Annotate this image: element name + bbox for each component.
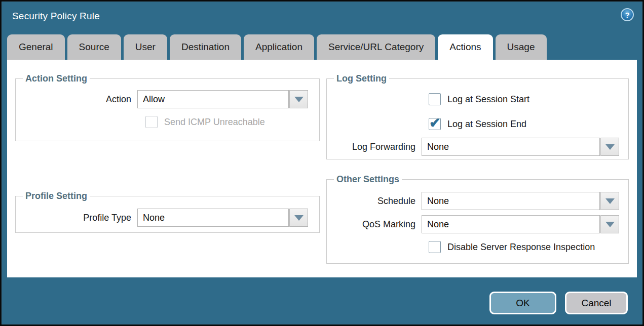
send-icmp-checkbox[interactable] [145, 116, 158, 128]
profile-type-label: Profile Type [21, 213, 137, 223]
tab-application[interactable]: Application [244, 34, 314, 60]
tab-user[interactable]: User [124, 34, 167, 60]
security-policy-rule-dialog: Security Policy Rule ? General Source Us… [0, 0, 644, 326]
triangle-glyph [605, 222, 615, 227]
action-setting-legend: Action Setting [23, 73, 90, 84]
qos-marking-row: QoS Marking None [332, 215, 623, 233]
log-session-start-label: Log at Session Start [447, 94, 529, 105]
log-session-start-row: Log at Session Start [429, 93, 623, 105]
tab-service-url-category[interactable]: Service/URL Category [317, 34, 435, 60]
schedule-row: Schedule None [332, 192, 623, 210]
qos-marking-label: QoS Marking [332, 219, 422, 230]
help-icon[interactable]: ? [621, 8, 634, 21]
action-dropdown[interactable]: Allow [137, 90, 308, 108]
chevron-down-icon[interactable] [289, 90, 308, 108]
profile-setting-section: Profile Setting Profile Type None [15, 191, 320, 233]
schedule-dropdown[interactable]: None [422, 192, 619, 210]
action-row: Action Allow [21, 90, 314, 108]
send-icmp-row: Send ICMP Unreachable [145, 116, 314, 128]
tab-bar: General Source User Destination Applicat… [7, 34, 547, 60]
other-settings-section: Other Settings Schedule None QoS Marking… [326, 174, 629, 264]
log-setting-legend: Log Setting [334, 73, 389, 84]
log-forwarding-row: Log Forwarding None [332, 138, 623, 156]
send-icmp-label: Send ICMP Unreachable [164, 117, 265, 128]
tab-usage[interactable]: Usage [496, 34, 547, 60]
triangle-glyph [294, 97, 304, 102]
action-dropdown-value[interactable]: Allow [137, 90, 289, 108]
triangle-glyph [605, 198, 615, 204]
chevron-down-icon[interactable] [600, 215, 619, 233]
log-forwarding-dropdown[interactable]: None [422, 138, 619, 156]
triangle-glyph [294, 215, 304, 221]
chevron-down-icon[interactable] [289, 209, 308, 227]
tab-general[interactable]: General [7, 34, 65, 60]
actions-tab-panel: Action Setting Action Allow Send ICMP Un… [7, 60, 637, 277]
schedule-dropdown-value[interactable]: None [422, 192, 600, 210]
tab-actions[interactable]: Actions [438, 34, 493, 60]
disable-server-response-inspection-checkbox[interactable] [429, 241, 441, 253]
profile-type-row: Profile Type None [21, 209, 314, 227]
qos-marking-dropdown[interactable]: None [422, 215, 619, 233]
tab-source[interactable]: Source [67, 34, 121, 60]
disable-server-response-inspection-label: Disable Server Response Inspection [447, 242, 595, 253]
log-forwarding-label: Log Forwarding [332, 142, 422, 152]
profile-type-dropdown[interactable]: None [137, 209, 308, 227]
dialog-titlebar: Security Policy Rule ? [2, 2, 642, 33]
log-session-end-checkbox[interactable] [429, 118, 441, 130]
log-session-start-checkbox[interactable] [429, 93, 441, 105]
chevron-down-icon[interactable] [600, 138, 619, 156]
tab-destination[interactable]: Destination [170, 34, 241, 60]
profile-type-dropdown-value[interactable]: None [137, 209, 289, 227]
action-setting-section: Action Setting Action Allow Send ICMP Un… [15, 73, 320, 141]
qos-marking-dropdown-value[interactable]: None [422, 215, 600, 233]
log-forwarding-dropdown-value[interactable]: None [422, 138, 600, 156]
other-settings-legend: Other Settings [334, 174, 402, 185]
log-session-end-label: Log at Session End [447, 119, 526, 130]
dialog-footer: OK Cancel [489, 292, 628, 314]
cancel-button[interactable]: Cancel [565, 292, 628, 314]
disable-server-response-inspection-row: Disable Server Response Inspection [429, 241, 623, 253]
chevron-down-icon[interactable] [600, 192, 619, 210]
dialog-title: Security Policy Rule [12, 11, 100, 22]
log-session-end-row: Log at Session End [429, 118, 623, 130]
log-setting-section: Log Setting Log at Session Start Log at … [326, 73, 629, 159]
schedule-label: Schedule [332, 196, 422, 207]
ok-button[interactable]: OK [489, 292, 556, 314]
action-label: Action [21, 94, 137, 105]
profile-setting-legend: Profile Setting [23, 191, 90, 201]
triangle-glyph [605, 144, 615, 150]
